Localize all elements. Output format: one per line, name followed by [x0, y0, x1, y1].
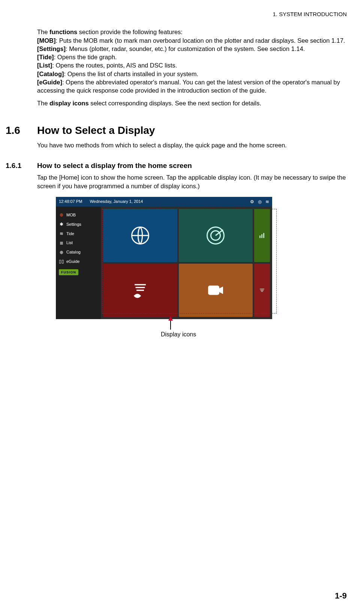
- desc-catalog: : Opens the list of charts installed in …: [64, 70, 199, 77]
- text: section provide the following features:: [77, 28, 183, 35]
- functions-word: functions: [49, 28, 77, 35]
- list-icon: ≣: [59, 240, 64, 246]
- waves-icon: ≋: [59, 231, 64, 236]
- text: The: [37, 28, 49, 35]
- display-icon-camera[interactable]: [179, 264, 253, 317]
- chart-icon: [258, 232, 266, 239]
- text: The: [37, 100, 49, 106]
- sec161-body: Tap the [Home] icon to show the home scr…: [37, 173, 347, 190]
- target-icon: ◎: [258, 199, 262, 205]
- display-icons-note: The display icons select corresponding d…: [37, 99, 347, 107]
- sidebar-label: eGuide: [66, 259, 79, 264]
- wifi-icon: ≋: [265, 199, 269, 205]
- gear-icon: ✱: [59, 222, 64, 227]
- desc-mob: : Puts the MOB mark (to mark man overboa…: [55, 37, 345, 44]
- sidebar-label: List: [66, 240, 73, 246]
- signal-icon: [258, 286, 266, 294]
- svg-rect-3: [259, 236, 261, 238]
- radar-icon: [204, 224, 227, 247]
- svg-rect-5: [263, 233, 264, 238]
- camera-icon: [204, 279, 227, 302]
- display-icon-partial-2[interactable]: [254, 264, 270, 317]
- tag-eguide: [eGuide]: [37, 79, 62, 86]
- heading-1-6: 1.6 How to Select a Display: [0, 123, 347, 138]
- tag-mob: [MOB]: [37, 37, 55, 44]
- desc-list: : Opens the routes, points, AIS and DSC …: [52, 62, 177, 69]
- home-screen-screenshot: 12:48:07 PM Wednesday, January 1, 2014 ⚙…: [56, 197, 272, 319]
- sidebar-label: Tide: [66, 231, 74, 237]
- figure-home-screen: 12:48:07 PM Wednesday, January 1, 2014 ⚙…: [56, 197, 277, 319]
- globe-icon: ⊕: [59, 250, 64, 255]
- lifebuoy-icon: ⊕: [59, 212, 64, 218]
- sidebar-label: Catalog: [66, 249, 81, 255]
- tag-settings: [Settings]: [37, 45, 66, 52]
- sidebar-item-catalog[interactable]: ⊕ Catalog: [59, 248, 98, 257]
- tag-tide: [Tide]: [37, 54, 54, 60]
- page-number: 1-9: [335, 590, 347, 602]
- desc-tide: : Opens the tide graph.: [54, 54, 117, 60]
- clock-time: 12:48:07 PM: [59, 199, 82, 204]
- svg-rect-4: [261, 234, 262, 238]
- running-header: 1. SYSTEM INTRODUCTION: [0, 10, 347, 18]
- tag-list: [List]: [37, 62, 52, 69]
- functions-sidebar: ⊕ MOB ✱ Settings ≋ Tide ≣: [56, 207, 101, 319]
- callout-arrow: [168, 316, 173, 330]
- sidebar-item-settings[interactable]: ✱ Settings: [59, 220, 98, 229]
- svg-rect-6: [208, 285, 219, 295]
- heading-title: How to Select a Display: [37, 123, 155, 138]
- sidebar-label: Settings: [66, 222, 81, 227]
- sidebar-item-eguide[interactable]: ▯▯ eGuide: [59, 257, 98, 266]
- heading-1-6-1: 1.6.1 How to select a display from the h…: [0, 161, 347, 171]
- heading-num: 1.6.1: [0, 161, 37, 171]
- sidebar-item-list[interactable]: ≣ List: [59, 238, 98, 248]
- status-bar: 12:48:07 PM Wednesday, January 1, 2014 ⚙…: [56, 197, 272, 207]
- text: select corresponding displays. See the n…: [89, 100, 261, 106]
- heading-num: 1.6: [0, 123, 37, 138]
- globe-icon: [129, 224, 151, 247]
- fusion-badge[interactable]: FUSION: [59, 269, 78, 275]
- display-icons-word: display icons: [49, 100, 89, 106]
- sonar-fish-icon: [129, 279, 151, 302]
- figure-caption: Display icons: [161, 330, 196, 339]
- book-icon: ▯▯: [59, 259, 64, 264]
- display-icon-partial-1[interactable]: [254, 209, 270, 262]
- desc-eguide: : Opens the abbreviated operator's manua…: [37, 79, 340, 94]
- sat-icon: ⚙: [250, 199, 254, 205]
- tag-catalog: [Catalog]: [37, 70, 64, 77]
- sidebar-item-tide[interactable]: ≋ Tide: [59, 229, 98, 238]
- sidebar-label: MOB: [66, 212, 76, 218]
- desc-settings: : Menus (plotter, radar, sounder, etc.) …: [66, 45, 305, 52]
- heading-title: How to select a display from the home sc…: [37, 161, 192, 171]
- clock-date: Wednesday, January 1, 2014: [90, 199, 143, 204]
- sec16-body: You have two methods from which to selec…: [37, 141, 347, 149]
- functions-intro: The functions section provide the follow…: [37, 28, 347, 94]
- display-icon-plotter[interactable]: [103, 209, 177, 262]
- sidebar-item-mob[interactable]: ⊕ MOB: [59, 210, 98, 220]
- display-icons-grid: [101, 207, 272, 319]
- display-icon-sounder[interactable]: [103, 264, 177, 317]
- display-icon-radar[interactable]: [179, 209, 253, 262]
